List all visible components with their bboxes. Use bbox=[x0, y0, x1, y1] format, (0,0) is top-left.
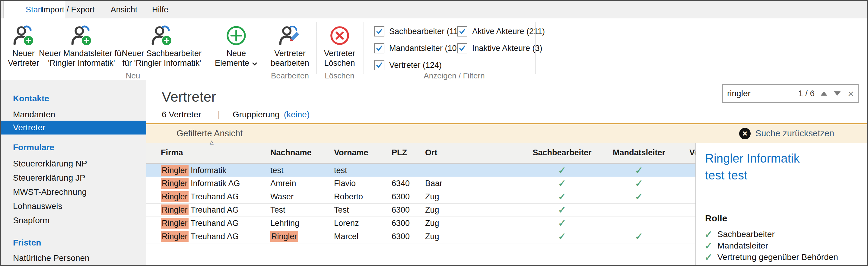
table-row[interactable]: Ringler Treuhand AG Waser Roberto 6300 Z… bbox=[146, 190, 695, 204]
list-summary: 6 Vertreter | Gruppierung (keine) bbox=[162, 110, 310, 120]
column-header-vertreter-clipped[interactable]: Ve bbox=[689, 143, 695, 163]
cell-vorname: Test bbox=[334, 204, 349, 217]
search-value[interactable]: ringler bbox=[727, 89, 798, 98]
cell-firma: Ringler Treuhand AG bbox=[161, 217, 239, 230]
table-row[interactable]: Ringler Informatik AG Amrein Flavio 6340… bbox=[146, 177, 695, 190]
search-highlight: Ringler bbox=[161, 165, 189, 176]
role-item: ✓ Mandatsleiter bbox=[705, 240, 768, 252]
search-input[interactable]: ringler 1 / 6 × bbox=[722, 84, 859, 103]
cell-ort: Zug bbox=[425, 230, 439, 243]
column-header-vorname[interactable]: Vorname bbox=[334, 143, 368, 163]
table-row[interactable]: Ringler Informatik test test ✓ ✓ bbox=[146, 164, 695, 177]
group-separator bbox=[264, 22, 264, 74]
new-mandatsleiter-button[interactable]: Neuer Mandatsleiter für 'Ringler Informa… bbox=[45, 25, 117, 68]
table-row[interactable]: Ringler Treuhand AG Lehrling Lorenz 6300… bbox=[146, 217, 695, 230]
ribbon-group-label-loeschen: Löschen bbox=[318, 71, 362, 80]
role-label: Vertretung gegenüber Behörden bbox=[717, 253, 838, 262]
delete-circle-icon bbox=[329, 25, 351, 47]
sort-ascending-icon[interactable]: △ bbox=[210, 139, 214, 145]
button-label: Vertreter bbox=[8, 59, 39, 68]
cell-firma: Ringler Treuhand AG bbox=[161, 230, 239, 243]
column-header-ort[interactable]: Ort bbox=[425, 143, 437, 163]
sidebar-item-vertreter[interactable]: Vertreter bbox=[1, 121, 146, 134]
page-title: Vertreter bbox=[162, 88, 216, 105]
button-label: Löschen bbox=[324, 59, 355, 68]
filter-checkbox-sachbearbeiter[interactable]: Sachbearbeiter (116) bbox=[374, 26, 465, 36]
new-sachbearbeiter-button[interactable]: Neuer Sachbearbeiter für 'Ringler Inform… bbox=[121, 25, 203, 68]
checkbox-checked-icon bbox=[457, 43, 467, 54]
mandatsleiter-check-icon: ✓ bbox=[583, 190, 695, 203]
role-label: Sachbearbeiter bbox=[717, 230, 775, 239]
delete-vertreter-button[interactable]: Vertreter Löschen bbox=[318, 25, 362, 68]
sidebar-item-natuerliche-personen[interactable]: Natürliche Personen bbox=[1, 251, 146, 265]
application-window: Start Import / Export Ansicht Hilfe Neue… bbox=[0, 0, 868, 266]
person-add-icon bbox=[12, 25, 35, 47]
group-separator bbox=[316, 22, 317, 74]
role-label: Mandatsleiter bbox=[717, 241, 768, 251]
result-count: 6 Vertreter bbox=[162, 110, 201, 120]
cell-vorname: test bbox=[334, 164, 347, 177]
reset-search-button[interactable]: × Suche zurücksetzen bbox=[739, 128, 834, 139]
cell-nachname: Ringler bbox=[270, 230, 298, 243]
column-header-nachname[interactable]: Nachname bbox=[270, 143, 312, 163]
sidebar-header-kontakte: Kontakte bbox=[1, 93, 146, 104]
checkbox-label: Sachbearbeiter (116) bbox=[389, 27, 465, 36]
reset-search-label: Suche zurücksetzen bbox=[755, 129, 834, 138]
search-highlight: Ringler bbox=[270, 231, 298, 242]
tab-import-export[interactable]: Import / Export bbox=[38, 1, 98, 19]
reset-circle-x-icon: × bbox=[739, 128, 751, 139]
sidebar-item-steuererklaerung-jp[interactable]: Steuererklärung JP bbox=[1, 171, 146, 185]
search-highlight: Ringler bbox=[161, 204, 189, 215]
button-label: 'Ringler Informatik' bbox=[48, 59, 115, 68]
sidebar-item-snapform[interactable]: Snapform bbox=[1, 213, 146, 227]
edit-vertreter-button[interactable]: Vertreter bearbeiten bbox=[266, 25, 314, 68]
tab-ansicht[interactable]: Ansicht bbox=[109, 1, 139, 19]
sidebar-item-lohnausweis[interactable]: Lohnausweis bbox=[1, 199, 146, 213]
cell-plz: 6300 bbox=[392, 204, 410, 217]
checkbox-checked-icon bbox=[457, 26, 467, 36]
sidebar-item-mandanten[interactable]: Mandanten bbox=[1, 108, 146, 122]
mandatsleiter-check-icon: ✓ bbox=[583, 230, 695, 243]
filtered-view-banner: Gefilterte Ansicht × Suche zurücksetzen bbox=[146, 123, 868, 143]
filter-checkbox-inaktive-akteure[interactable]: Inaktive Akteure (3) bbox=[457, 43, 542, 54]
search-highlight: Ringler bbox=[161, 178, 189, 189]
checkbox-checked-icon bbox=[374, 43, 384, 54]
column-header-firma[interactable]: Firma bbox=[161, 143, 183, 163]
filter-checkbox-aktive-akteure[interactable]: Aktive Akteure (211) bbox=[457, 26, 545, 36]
plus-circle-icon bbox=[225, 25, 247, 47]
cell-nachname: test bbox=[270, 164, 284, 177]
cell-vorname: Marcel bbox=[334, 230, 359, 243]
cell-plz: 6300 bbox=[392, 230, 410, 243]
person-edit-icon bbox=[279, 25, 301, 47]
search-next-icon[interactable] bbox=[834, 91, 841, 96]
filter-checkbox-vertreter[interactable]: Vertreter (124) bbox=[374, 60, 442, 70]
search-clear-icon[interactable]: × bbox=[848, 89, 854, 98]
button-label: bearbeiten bbox=[271, 59, 309, 68]
cell-firma: Ringler Informatik bbox=[161, 164, 226, 177]
sidebar-item-mwst-abrechnung[interactable]: MWST-Abrechnung bbox=[1, 185, 146, 199]
filter-checkbox-mandantsleiter[interactable]: Mandantsleiter (106) bbox=[374, 43, 464, 54]
grouping-value-link[interactable]: (keine) bbox=[284, 110, 310, 120]
cell-ort: Zug bbox=[425, 190, 439, 203]
button-label: Neuer Mandatsleiter für bbox=[39, 49, 124, 58]
separator: | bbox=[218, 110, 220, 120]
sidebar-header-fristen: Fristen bbox=[1, 237, 146, 248]
checkbox-label: Mandantsleiter (106) bbox=[389, 44, 464, 53]
search-highlight: Ringler bbox=[161, 231, 189, 242]
role-section-label: Rolle bbox=[705, 213, 727, 224]
table-row[interactable]: Ringler Treuhand AG Test Test 6300 Zug ✓ bbox=[146, 204, 695, 217]
column-header-mandatsleiter[interactable]: Mandatsleiter bbox=[583, 143, 695, 163]
grouping-label: Gruppierung bbox=[232, 110, 280, 120]
button-label: Neuer bbox=[12, 49, 35, 58]
column-header-plz[interactable]: PLZ bbox=[392, 143, 407, 163]
cell-vorname: Flavio bbox=[334, 177, 356, 190]
search-highlight: Ringler bbox=[161, 191, 189, 202]
search-previous-icon[interactable] bbox=[820, 91, 827, 96]
new-vertreter-button[interactable]: Neuer Vertreter bbox=[4, 25, 43, 68]
table-row[interactable]: Ringler Treuhand AG Ringler Marcel 6300 … bbox=[146, 230, 695, 243]
checkbox-label: Vertreter (124) bbox=[389, 61, 442, 70]
detail-person-name: test test bbox=[705, 169, 747, 182]
tab-hilfe[interactable]: Hilfe bbox=[148, 1, 172, 19]
sidebar-item-steuererklaerung-np[interactable]: Steuererklärung NP bbox=[1, 157, 146, 171]
new-elements-dropdown-button[interactable]: Neue Elemente bbox=[211, 25, 262, 68]
